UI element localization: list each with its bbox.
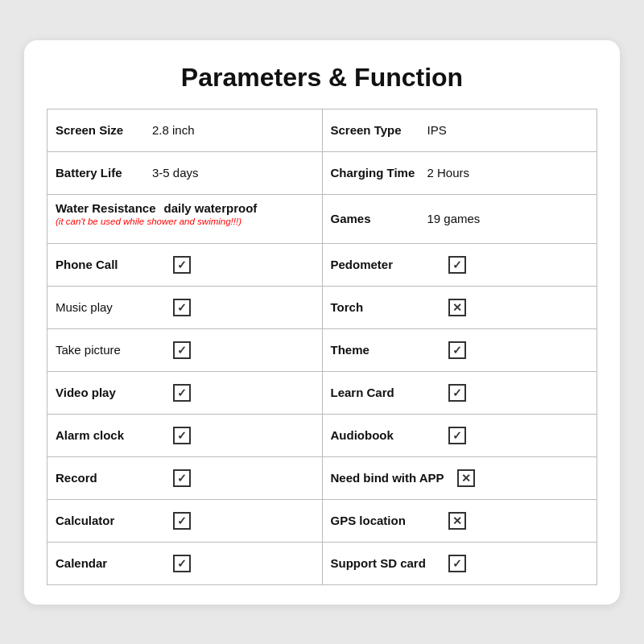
card: Parameters & Function Screen Size 2.8 in… <box>24 40 620 605</box>
games-cell: Games 19 games <box>322 194 597 243</box>
table-row: Alarm clock✓Audiobook✓ <box>47 414 597 456</box>
screen-type-label: Screen Type <box>331 123 419 137</box>
charging-time-label: Charging Time <box>331 166 419 180</box>
water-resistance-value: daily waterproof <box>164 201 258 215</box>
feature-right-4: Audiobook✓ <box>322 414 597 456</box>
table-row: Record✓Need bind with APP✕ <box>47 456 597 499</box>
screen-type-value: IPS <box>427 123 447 137</box>
feature-right-6: GPS location✕ <box>322 499 597 542</box>
feature-left-1: Music play✓ <box>47 286 323 328</box>
table-row: Music play✓Torch✕ <box>47 286 597 328</box>
feature-right-label-0: Pedometer <box>331 258 436 271</box>
table-row: Take picture✓Theme✓ <box>47 328 597 371</box>
check-icon: ✓ <box>173 299 191 316</box>
table-row: Calendar✓Support SD card✓ <box>47 542 597 584</box>
games-value: 19 games <box>427 212 481 225</box>
feature-left-4: Alarm clock✓ <box>47 414 323 456</box>
water-resistance-cell: Water Resistance daily waterproof (it ca… <box>47 194 323 243</box>
feature-left-3: Video play✓ <box>47 371 323 414</box>
battery-life-value: 3-5 days <box>152 166 199 180</box>
feature-left-label-1: Music play <box>56 300 160 314</box>
feature-right-label-3: Learn Card <box>331 386 436 399</box>
charging-time-value: 2 Hours <box>427 166 470 180</box>
check-icon: ✓ <box>448 427 466 444</box>
check-icon: ✓ <box>173 555 191 572</box>
feature-left-label-7: Calendar <box>56 556 160 570</box>
feature-left-6: Calculator✓ <box>47 499 323 542</box>
battery-life-cell: Battery Life 3-5 days <box>47 151 323 194</box>
feature-left-label-6: Calculator <box>56 514 160 527</box>
screen-size-cell: Screen Size 2.8 inch <box>47 109 323 151</box>
games-label: Games <box>331 212 419 225</box>
screen-size-value: 2.8 inch <box>152 123 195 137</box>
check-icon: ✓ <box>448 384 466 402</box>
feature-right-label-6: GPS location <box>331 514 436 527</box>
check-icon: ✓ <box>173 427 191 444</box>
check-icon: ✓ <box>173 469 191 487</box>
check-icon: ✓ <box>173 384 191 402</box>
feature-left-label-0: Phone Call <box>56 258 160 271</box>
feature-right-3: Learn Card✓ <box>322 371 597 414</box>
feature-right-label-7: Support SD card <box>331 556 436 570</box>
feature-left-0: Phone Call✓ <box>47 243 323 286</box>
feature-right-label-5: Need bind with APP <box>331 471 444 485</box>
table-row: Phone Call✓Pedometer✓ <box>47 243 597 286</box>
table-row: Calculator✓GPS location✕ <box>47 499 597 542</box>
table-row: Battery Life 3-5 days Charging Time 2 Ho… <box>47 151 597 194</box>
params-table: Screen Size 2.8 inch Screen Type IPS Bat… <box>47 109 597 585</box>
feature-left-label-4: Alarm clock <box>56 428 160 442</box>
feature-right-label-2: Theme <box>331 343 436 357</box>
feature-left-label-5: Record <box>56 471 160 485</box>
check-icon: ✓ <box>448 555 466 572</box>
check-icon: ✓ <box>173 341 191 359</box>
table-row: Video play✓Learn Card✓ <box>47 371 597 414</box>
feature-left-2: Take picture✓ <box>47 328 323 371</box>
feature-right-label-4: Audiobook <box>331 428 436 442</box>
check-icon: ✓ <box>448 341 466 359</box>
feature-left-label-2: Take picture <box>56 343 160 357</box>
page-title: Parameters & Function <box>47 63 597 93</box>
feature-left-5: Record✓ <box>47 456 323 499</box>
cross-icon: ✕ <box>448 512 466 530</box>
table-row: Screen Size 2.8 inch Screen Type IPS <box>47 109 597 151</box>
cross-icon: ✕ <box>448 299 466 316</box>
feature-right-2: Theme✓ <box>322 328 597 371</box>
feature-right-0: Pedometer✓ <box>322 243 597 286</box>
check-icon: ✓ <box>448 256 466 274</box>
cross-icon: ✕ <box>457 469 475 487</box>
check-icon: ✓ <box>173 512 191 530</box>
feature-right-7: Support SD card✓ <box>322 542 597 584</box>
battery-life-label: Battery Life <box>56 166 144 180</box>
charging-time-cell: Charging Time 2 Hours <box>322 151 597 194</box>
feature-right-5: Need bind with APP✕ <box>322 456 597 499</box>
check-icon: ✓ <box>173 256 191 274</box>
water-resistance-note: (it can't be used while shower and swimi… <box>56 217 242 226</box>
feature-right-label-1: Torch <box>331 300 436 314</box>
screen-size-label: Screen Size <box>56 123 144 137</box>
water-resistance-label: Water Resistance <box>56 201 156 215</box>
screen-type-cell: Screen Type IPS <box>322 109 597 151</box>
feature-right-1: Torch✕ <box>322 286 597 328</box>
table-row: Water Resistance daily waterproof (it ca… <box>47 194 597 243</box>
feature-left-label-3: Video play <box>56 386 160 399</box>
feature-left-7: Calendar✓ <box>47 542 323 584</box>
